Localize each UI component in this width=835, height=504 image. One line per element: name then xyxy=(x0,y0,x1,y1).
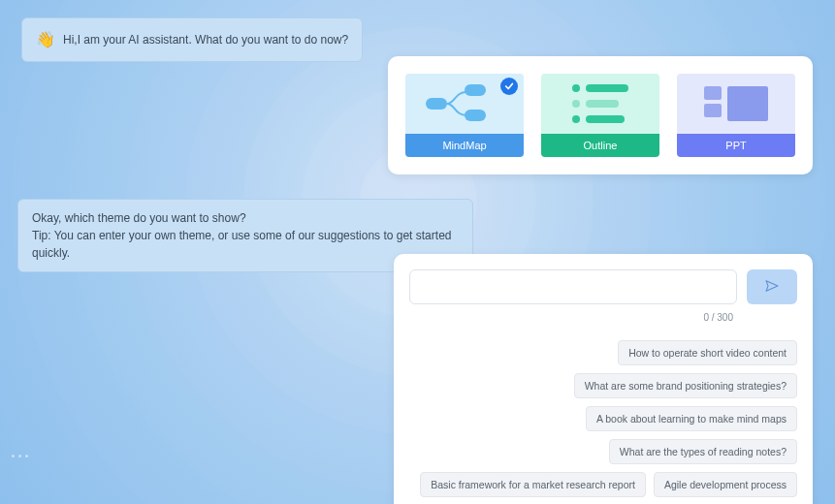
suggestion-chip[interactable]: A book about learning to make mind maps xyxy=(586,406,797,431)
suggestion-chip[interactable]: What are some brand positioning strategi… xyxy=(574,373,797,398)
input-panel: 0 / 300 How to operate short video conte… xyxy=(394,254,813,504)
option-mindmap-label: MindMap xyxy=(405,134,524,157)
option-outline[interactable]: Outline xyxy=(541,74,659,157)
wave-icon: 👋 xyxy=(36,28,55,51)
theme-prompt-line2: Tip: You can enter your own theme, or us… xyxy=(32,227,459,262)
decorative-dots xyxy=(12,455,28,457)
theme-input[interactable] xyxy=(409,269,737,304)
assistant-greeting-bubble: 👋 Hi,I am your AI assistant. What do you… xyxy=(21,17,363,62)
option-ppt-label: PPT xyxy=(677,134,795,157)
mindmap-preview xyxy=(405,74,524,134)
outline-preview xyxy=(541,74,659,134)
option-ppt[interactable]: PPT xyxy=(677,74,795,157)
suggestion-chip[interactable]: What are the types of reading notes? xyxy=(609,439,797,464)
format-options-panel: MindMap Outline PPT xyxy=(388,56,813,174)
suggestion-chip[interactable]: Basic framework for a market research re… xyxy=(420,472,646,497)
option-outline-label: Outline xyxy=(541,134,659,157)
suggestions-list: How to operate short video contentWhat a… xyxy=(409,340,797,504)
assistant-greeting-text: Hi,I am your AI assistant. What do you w… xyxy=(63,31,348,48)
suggestion-chip[interactable]: Agile development process xyxy=(654,472,797,497)
ppt-preview xyxy=(677,74,795,134)
char-counter: 0 / 300 xyxy=(409,312,797,323)
selected-check-icon xyxy=(500,78,518,95)
theme-prompt-line1: Okay, which theme do you want to show? xyxy=(32,209,459,227)
send-button[interactable] xyxy=(747,269,797,304)
send-icon xyxy=(764,278,780,297)
suggestion-chip[interactable]: How to operate short video content xyxy=(618,340,797,365)
option-mindmap[interactable]: MindMap xyxy=(405,74,524,157)
